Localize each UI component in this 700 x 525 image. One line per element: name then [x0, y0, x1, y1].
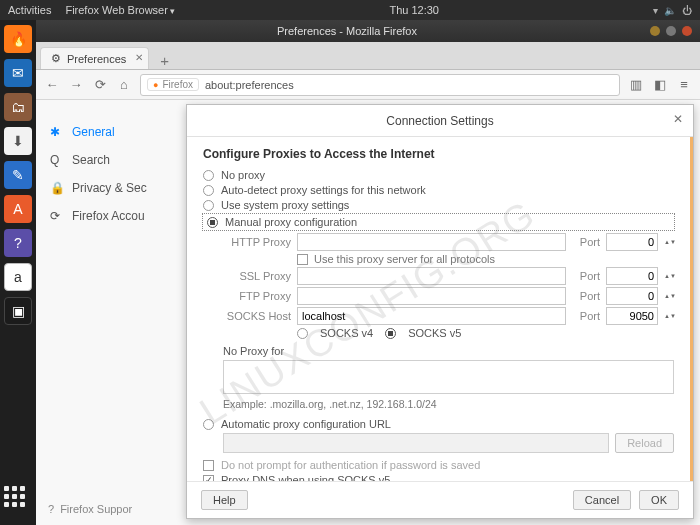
firefox-window: Preferences - Mozilla Firefox ⚙ Preferen… [36, 20, 700, 525]
dock-software[interactable]: ⬇ [4, 127, 32, 155]
show-apps-button[interactable] [4, 486, 32, 514]
tab-strip: ⚙ Preferences ✕ + [36, 42, 700, 70]
dock-ubuntu-software[interactable]: A [4, 195, 32, 223]
sidebar-item-account[interactable]: ⟳Firefox Accou [46, 202, 166, 230]
tab-close-icon[interactable]: ✕ [135, 52, 143, 63]
clock[interactable]: Thu 12:30 [175, 4, 653, 16]
http-proxy-input[interactable] [297, 233, 566, 251]
sidebar-button[interactable]: ◧ [652, 77, 668, 92]
url-text: about:preferences [205, 79, 294, 91]
radio-socks-v5[interactable] [385, 328, 396, 339]
forward-button[interactable]: → [68, 77, 84, 92]
dock-help[interactable]: ? [4, 229, 32, 257]
sidebar-item-privacy[interactable]: 🔒Privacy & Sec [46, 174, 166, 202]
dock-amazon[interactable]: a [4, 263, 32, 291]
network-icon[interactable]: ▾ [653, 5, 658, 16]
socks-host-input[interactable] [297, 307, 566, 325]
dialog-heading: Configure Proxies to Access the Internet [203, 147, 674, 161]
ftp-proxy-label: FTP Proxy [223, 290, 291, 302]
auto-config-url-input [223, 433, 609, 453]
back-button[interactable]: ← [44, 77, 60, 92]
help-icon: ? [48, 503, 54, 515]
dock-files[interactable]: 🗂 [4, 93, 32, 121]
no-proxy-example: Example: .mozilla.org, .net.nz, 192.168.… [223, 398, 674, 410]
activities-button[interactable]: Activities [8, 4, 51, 16]
reload-button: Reload [615, 433, 674, 453]
ftp-proxy-input[interactable] [297, 287, 566, 305]
ssl-port-spinner[interactable]: ▲▼ [664, 273, 674, 279]
general-icon: ✱ [50, 125, 64, 139]
connection-settings-dialog: Connection Settings ✕ Configure Proxies … [186, 104, 694, 519]
sidebar-item-search[interactable]: QSearch [46, 146, 166, 174]
dialog-close-button[interactable]: ✕ [673, 112, 683, 126]
home-button[interactable]: ⌂ [116, 77, 132, 92]
dock-thunderbird[interactable]: ✉ [4, 59, 32, 87]
ssl-proxy-input[interactable] [297, 267, 566, 285]
dock-firefox[interactable]: 🔥 [4, 25, 32, 53]
search-icon: Q [50, 153, 64, 167]
nav-toolbar: ← → ⟳ ⌂ ●Firefox about:preferences ▥ ◧ ≡ [36, 70, 700, 100]
socks-host-label: SOCKS Host [223, 310, 291, 322]
ftp-port-spinner[interactable]: ▲▼ [664, 293, 674, 299]
library-button[interactable]: ▥ [628, 77, 644, 92]
address-bar[interactable]: ●Firefox about:preferences [140, 74, 620, 96]
dock-writer[interactable]: ✎ [4, 161, 32, 189]
socks-port-input[interactable] [606, 307, 658, 325]
checkbox-no-auth-prompt[interactable]: Do not prompt for authentication if pass… [203, 459, 674, 471]
radio-use-system[interactable]: Use system proxy settings [203, 199, 674, 211]
checkbox-proxy-dns-socks5[interactable]: Proxy DNS when using SOCKS v5 [203, 474, 674, 481]
window-title: Preferences - Mozilla Firefox [44, 25, 650, 37]
preferences-page: ✱General QSearch 🔒Privacy & Sec ⟳Firefox… [36, 100, 700, 525]
radio-socks-v4[interactable] [297, 328, 308, 339]
reload-button[interactable]: ⟳ [92, 77, 108, 92]
radio-no-proxy[interactable]: No proxy [203, 169, 674, 181]
volume-icon[interactable]: 🔈 [664, 5, 676, 16]
firefox-support-link[interactable]: ?Firefox Suppor [48, 503, 132, 515]
http-port-input[interactable] [606, 233, 658, 251]
ftp-port-input[interactable] [606, 287, 658, 305]
no-proxy-for-textarea[interactable] [223, 360, 674, 394]
sync-icon: ⟳ [50, 209, 64, 223]
tab-preferences[interactable]: ⚙ Preferences ✕ [40, 47, 149, 69]
preferences-sidebar: ✱General QSearch 🔒Privacy & Sec ⟳Firefox… [36, 100, 176, 525]
window-maximize-button[interactable] [666, 26, 676, 36]
dialog-body: Configure Proxies to Access the Internet… [187, 137, 693, 481]
gear-icon: ⚙ [51, 52, 61, 65]
dialog-header: Connection Settings ✕ [187, 105, 693, 137]
no-proxy-for-label: No Proxy for [223, 345, 674, 357]
ubuntu-dock: 🔥 ✉ 🗂 ⬇ ✎ A ? a ▣ [0, 20, 36, 525]
ok-button[interactable]: OK [639, 490, 679, 510]
power-icon[interactable]: ⏻ [682, 5, 692, 16]
lock-icon: 🔒 [50, 181, 64, 195]
menu-button[interactable]: ≡ [676, 77, 692, 92]
http-port-spinner[interactable]: ▲▼ [664, 239, 674, 245]
dock-terminal[interactable]: ▣ [4, 297, 32, 325]
ssl-port-input[interactable] [606, 267, 658, 285]
radio-manual-proxy[interactable]: Manual proxy configuration [203, 214, 674, 230]
window-close-button[interactable] [682, 26, 692, 36]
active-app-menu[interactable]: Firefox Web Browser [65, 4, 175, 16]
cancel-button[interactable]: Cancel [573, 490, 631, 510]
identity-block[interactable]: ●Firefox [147, 78, 199, 91]
dialog-title: Connection Settings [386, 114, 493, 128]
gnome-topbar: Activities Firefox Web Browser Thu 12:30… [0, 0, 700, 20]
window-minimize-button[interactable] [650, 26, 660, 36]
tab-title: Preferences [67, 53, 126, 65]
http-proxy-label: HTTP Proxy [223, 236, 291, 248]
help-button[interactable]: Help [201, 490, 248, 510]
window-titlebar: Preferences - Mozilla Firefox [36, 20, 700, 42]
new-tab-button[interactable]: + [155, 52, 174, 69]
use-proxy-all-checkbox[interactable] [297, 254, 308, 265]
ssl-proxy-label: SSL Proxy [223, 270, 291, 282]
sidebar-item-general[interactable]: ✱General [46, 118, 166, 146]
dialog-footer: Help Cancel OK [187, 481, 693, 518]
radio-auto-detect[interactable]: Auto-detect proxy settings for this netw… [203, 184, 674, 196]
socks-port-spinner[interactable]: ▲▼ [664, 313, 674, 319]
radio-auto-config-url[interactable]: Automatic proxy configuration URL [203, 418, 674, 430]
